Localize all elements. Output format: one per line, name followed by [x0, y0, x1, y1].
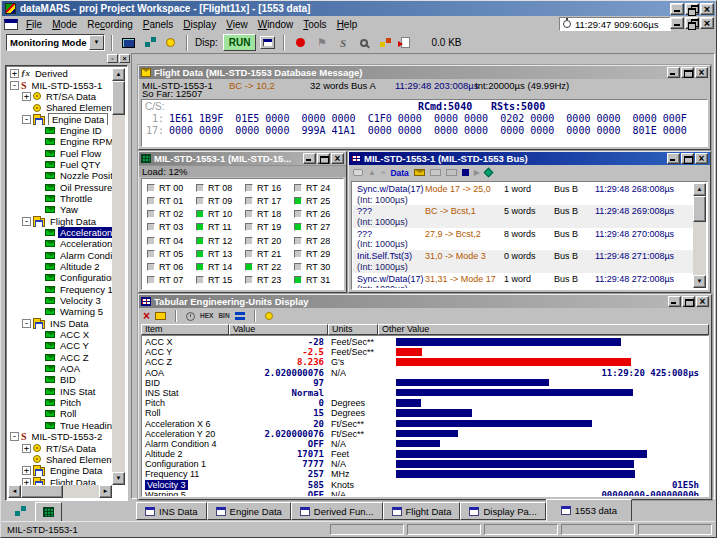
tree-expander-icon[interactable]: - — [22, 217, 31, 226]
chevron-down-icon[interactable]: ▼ — [89, 35, 104, 50]
maximize-button[interactable] — [681, 67, 694, 78]
bus-monitor-titlebar[interactable]: MIL-STD-1553-1 (MIL-STD-1553 Bus) — [349, 152, 710, 165]
rt-cell-rt-17[interactable]: RT 17 — [245, 194, 294, 207]
dock-tab-grid[interactable] — [35, 502, 62, 522]
network-button[interactable] — [140, 34, 159, 51]
bus-message-row[interactable]: Sync.w/Data(17)31,31 -> Mode 171 wordBus… — [353, 273, 693, 288]
rt-cell-rt-04[interactable]: RT 04 — [147, 234, 196, 247]
tree-expander-icon[interactable]: + — [22, 466, 31, 475]
tree-item-acceleration-y[interactable]: Acceleration Y — [8, 238, 112, 249]
table-row-aoa[interactable]: AOA2.020000076N/A11:29:20 425:008µs — [142, 368, 708, 378]
flight-data-titlebar[interactable]: Flight Data (MIL-STD-1553 Database Messa… — [139, 66, 710, 79]
rt-cell-rt-23[interactable]: RT 23 — [245, 274, 294, 287]
tree-vertical-scrollbar[interactable]: ▲ ▼ — [112, 68, 125, 485]
restore-button[interactable] — [685, 3, 699, 15]
tree-item-nozzle-positio[interactable]: Nozzle Positio — [8, 170, 112, 181]
tree-item-rt-sa-data[interactable]: +RT/SA Data — [8, 91, 112, 102]
rt-cell-rt-28[interactable]: RT 28 — [294, 234, 343, 247]
scrollbar-thumb[interactable] — [112, 81, 125, 115]
menu-panels[interactable]: Panels — [138, 18, 179, 31]
data-view-button[interactable]: Data — [390, 168, 408, 178]
tree-item-engine-id[interactable]: Engine ID — [8, 125, 112, 136]
tree-item-configuration[interactable]: Configuration — [8, 272, 112, 283]
message-envelope-icon[interactable] — [414, 169, 425, 176]
rt-cell-rt-11[interactable]: RT 11 — [196, 221, 245, 234]
tree-item-pitch[interactable]: Pitch — [8, 397, 112, 408]
menu-window[interactable]: Window — [253, 18, 299, 31]
alarm-button[interactable] — [161, 34, 180, 51]
menu-mode[interactable]: Mode — [47, 18, 82, 31]
table-row-acc-y[interactable]: ACC Y-2.5Feet/Sec** — [142, 347, 708, 357]
maximize-button[interactable] — [681, 153, 694, 164]
table-row-alarm-condition-4[interactable]: Alarm Condition 4OFFN/A — [142, 439, 708, 449]
tree-item-velocity-3[interactable]: Velocity 3 — [8, 295, 112, 306]
up-arrow-icon[interactable]: ▲ — [368, 169, 376, 177]
rt-cell-rt-02[interactable]: RT 02 — [147, 208, 196, 221]
column-header-units[interactable]: Units — [328, 324, 378, 335]
table-row-acceleration-y-20[interactable]: Acceleration Y 202.020000076Ft/Sec** — [142, 429, 708, 439]
tree-item-alarm-conditi[interactable]: Alarm Conditi — [8, 250, 112, 261]
tree-item-yaw[interactable]: Yaw — [8, 204, 112, 215]
tree-item-derived[interactable]: +ƒxDerived — [8, 68, 112, 79]
maximize-button[interactable] — [682, 296, 695, 307]
tree-item-aoa[interactable]: AOA — [8, 363, 112, 374]
tree-item-ins-stat[interactable]: INS Stat — [8, 386, 112, 397]
close-button[interactable] — [331, 153, 344, 164]
tree-item-fuel-flow[interactable]: Fuel Flow — [8, 147, 112, 158]
rt-cell-rt-25[interactable]: RT 25 — [294, 194, 343, 207]
tab-derived-fun[interactable]: Derived Fun... — [291, 502, 383, 520]
table-row-acceleration-x-6[interactable]: Acceleration X 620Ft/Sec** — [142, 419, 708, 429]
tree-item-flight-data[interactable]: -Flight Data — [8, 215, 112, 226]
scrollbar-thumb[interactable] — [693, 196, 706, 222]
double-arrow-icon[interactable]: » — [381, 169, 385, 177]
rt-cell-rt-16[interactable]: RT 16 — [245, 181, 294, 194]
tabular-titlebar[interactable]: Tabular Engineering-Units Display — [139, 295, 711, 308]
table-row-frequency-11[interactable]: Frequency 11257MHz — [142, 469, 708, 479]
rt-cell-rt-27[interactable]: RT 27 — [294, 221, 343, 234]
rt-panel-titlebar[interactable]: MIL-STD-1553-1 (MIL-STD-15... — [139, 152, 346, 165]
scroll-down-icon[interactable]: ▼ — [112, 472, 125, 485]
tree-item-acc-z[interactable]: ACC Z — [8, 352, 112, 363]
tree-item-frequency-11[interactable]: Frequency 11 — [8, 284, 112, 295]
record-button[interactable] — [291, 34, 310, 51]
bus-message-row[interactable]: ???27,9 -> Bcst,28 wordsBus B11:29:48 27… — [353, 228, 693, 250]
tree-item-acceleration-x[interactable]: Acceleration X — [8, 227, 112, 238]
rt-cell-rt-00[interactable]: RT 00 — [147, 181, 196, 194]
tree-item-engine-data[interactable]: +Engine Data — [8, 465, 112, 476]
bar-graph-icon[interactable] — [235, 312, 245, 315]
hex-mode-button[interactable]: HEX — [200, 313, 213, 319]
rt-cell-rt-15[interactable]: RT 15 — [196, 274, 245, 287]
rt-cell-rt-03[interactable]: RT 03 — [147, 221, 196, 234]
tree-expander-icon[interactable]: + — [10, 69, 19, 78]
tab-ins-data[interactable]: INS Data — [136, 502, 207, 520]
rt-cell-rt-01[interactable]: RT 01 — [147, 194, 196, 207]
rt-cell-rt-30[interactable]: RT 30 — [294, 261, 343, 274]
highlight-icon[interactable] — [265, 312, 273, 320]
maximize-button[interactable] — [317, 153, 330, 164]
tree-expander-icon[interactable]: - — [22, 319, 31, 328]
dock-tab-signals[interactable] — [7, 502, 34, 520]
tree-item-engine-data[interactable]: -Engine Data — [8, 113, 112, 124]
child-close-button[interactable] — [700, 17, 714, 29]
tree-item-acc-y[interactable]: ACC Y — [8, 340, 112, 351]
tree-item-altitude-2[interactable]: Altitude 2 — [8, 261, 112, 272]
marker-diamond-icon[interactable] — [484, 168, 494, 178]
close-button[interactable] — [700, 3, 714, 15]
close-button[interactable] — [696, 296, 709, 307]
tab-display-pa[interactable]: Display Pa... — [460, 502, 545, 520]
rt-cell-rt-06[interactable]: RT 06 — [147, 261, 196, 274]
tree-expander-icon[interactable]: - — [10, 432, 19, 441]
rt-cell-rt-10[interactable]: RT 10 — [196, 208, 245, 221]
tree-expander-icon[interactable]: - — [10, 81, 19, 90]
minimize-button[interactable] — [668, 296, 681, 307]
table-row-bid[interactable]: BID97 — [142, 378, 708, 388]
table-row-velocity-3[interactable]: Velocity 3585Knots01E5h — [142, 480, 708, 490]
rt-cell-rt-21[interactable]: RT 21 — [245, 247, 294, 260]
menu-display[interactable]: Display — [178, 18, 221, 31]
scroll-left-icon[interactable]: ◄ — [8, 485, 21, 498]
child-minimize-button[interactable] — [670, 17, 684, 29]
tree-expander-icon[interactable]: + — [22, 92, 31, 101]
marker-button[interactable]: ⚑ — [312, 34, 331, 51]
scroll-down-icon[interactable]: ▼ — [693, 275, 706, 288]
tree-item-shared-elements[interactable]: Shared Elements — [8, 102, 112, 113]
